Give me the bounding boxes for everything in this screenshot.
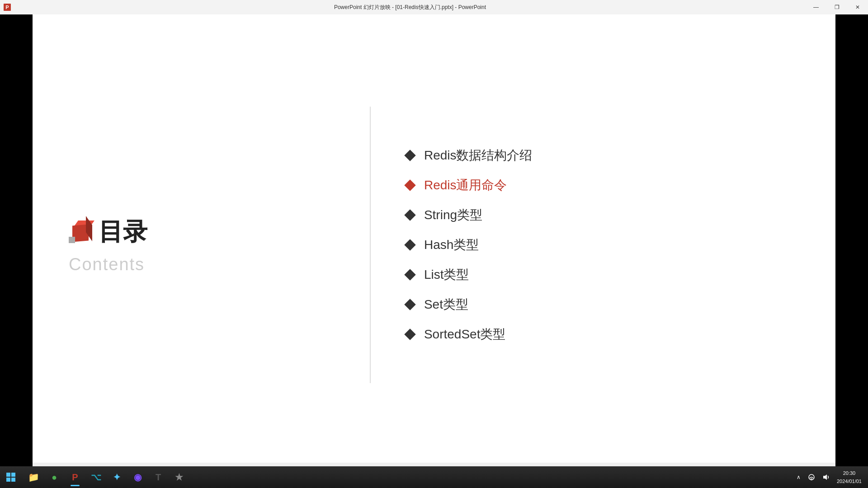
diamond-bullet-icon [404,239,415,250]
cube-small-face [69,237,75,243]
windows-logo-icon [6,473,15,482]
slide-container: 目录 Contents Redis数据结构介绍Redis通用命令String类型… [33,14,835,475]
tray-date: 2024/01/01 [837,478,862,484]
app-extra-icon: ★ [175,472,183,483]
taskbar: 📁●P⌥✦◉T★ ∧ 20:30 2024/01/01 [0,466,868,488]
slide-main-title: 目录 [99,216,147,249]
slide: 目录 Contents Redis数据结构介绍Redis通用命令String类型… [33,14,835,475]
svg-text:P: P [5,5,9,10]
menu-item-text: Set类型 [424,296,468,313]
menu-item: SortedSet类型 [406,319,808,349]
tray-network[interactable] [805,467,818,487]
bluestacks-icon: ✦ [113,472,121,483]
pycharm-icon: ⌥ [91,472,101,483]
tray-time: 20:30 [843,470,856,476]
window-title: PowerPoint 幻灯片放映 - [01-Redis快速入门.pptx] -… [14,4,806,11]
slide-divider [370,107,371,383]
menu-item-text: SortedSet类型 [424,326,506,343]
system-tray: ∧ 20:30 2024/01/01 [794,467,868,487]
title-block: 目录 [69,216,147,249]
title-bar: P PowerPoint 幻灯片放映 - [01-Redis快速入门.pptx]… [0,0,868,14]
tray-volume[interactable] [820,467,832,487]
svg-point-3 [811,479,812,480]
menu-item-text: Redis数据结构介绍 [424,147,533,164]
taskbar-app-chrome[interactable]: ● [44,467,64,487]
chrome-icon: ● [52,472,57,483]
menu-item-text: String类型 [424,206,482,224]
taskbar-app-powerpoint[interactable]: P [65,467,85,487]
taskbar-app-file-explorer[interactable]: 📁 [24,467,43,487]
volume-icon [822,474,830,481]
maximize-button[interactable]: ❐ [826,0,847,14]
window-controls: — ❐ ✕ [806,0,868,14]
slide-right-panel: Redis数据结构介绍Redis通用命令String类型Hash类型List类型… [370,122,835,367]
start-button[interactable] [0,466,22,488]
tray-datetime[interactable]: 20:30 2024/01/01 [834,467,864,487]
svg-marker-4 [823,474,827,480]
menu-item: List类型 [406,260,808,290]
taskbar-app-pycharm[interactable]: ⌥ [86,467,106,487]
typora-icon: T [156,472,161,483]
taskbar-apps: 📁●P⌥✦◉T★ [22,467,191,487]
diamond-bullet-icon [404,209,415,221]
taskbar-app-app-extra[interactable]: ★ [169,467,189,487]
menu-item: Set类型 [406,290,808,319]
powerpoint-icon: P [72,472,78,483]
file-explorer-icon: 📁 [28,472,39,483]
diamond-bullet-icon [404,150,415,161]
diamond-bullet-icon [404,328,415,340]
minimize-button[interactable]: — [806,0,826,14]
diamond-bullet-icon [404,269,415,280]
app-icon: P [0,0,14,14]
taskbar-app-obs[interactable]: ◉ [127,467,147,487]
diamond-bullet-icon [404,179,415,191]
obs-icon: ◉ [134,472,142,483]
menu-item-text: List类型 [424,266,469,283]
menu-item-text: Redis通用命令 [424,177,507,194]
diamond-bullet-icon [404,299,415,310]
menu-item: Redis通用命令 [406,170,808,200]
cube-small [69,235,78,244]
cube-logo-icon [69,221,92,244]
taskbar-app-typora[interactable]: T [148,467,168,487]
menu-item: String类型 [406,200,808,230]
slide-left-panel: 目录 Contents [33,197,370,292]
slide-subtitle: Contents [69,255,145,274]
tray-chevron[interactable]: ∧ [794,467,803,487]
taskbar-app-bluestacks[interactable]: ✦ [107,467,127,487]
menu-item: Hash类型 [406,230,808,260]
menu-item: Redis数据结构介绍 [406,141,808,170]
close-button[interactable]: ✕ [847,0,868,14]
network-icon [808,474,815,481]
menu-item-text: Hash类型 [424,236,479,253]
